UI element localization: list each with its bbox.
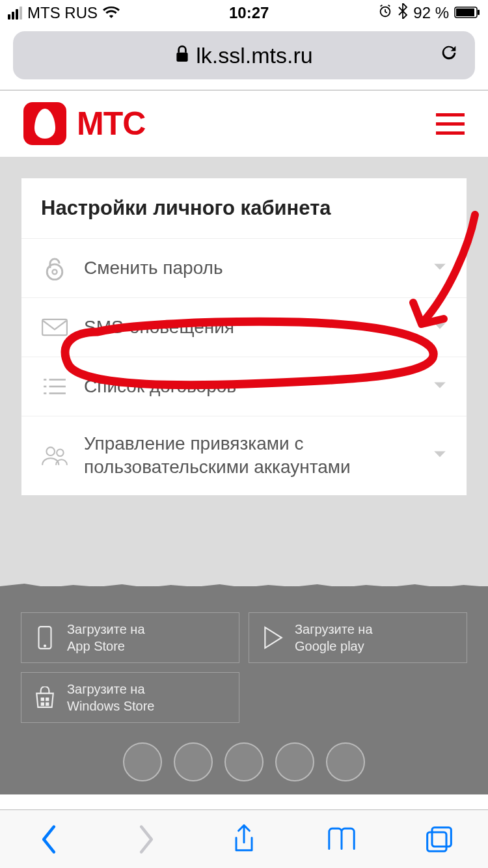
forward-button[interactable] bbox=[130, 823, 163, 856]
menu-item-contracts-list[interactable]: Список договоров bbox=[21, 357, 467, 416]
svg-rect-23 bbox=[427, 832, 446, 851]
status-bar: MTS RUS 10:27 92 % bbox=[0, 0, 488, 26]
menu-item-manage-bindings[interactable]: Управление привязками с пользовательским… bbox=[21, 416, 467, 495]
svg-rect-7 bbox=[42, 319, 67, 335]
social-row bbox=[21, 742, 467, 781]
googleplay-button[interactable]: Загрузите на Google play bbox=[249, 612, 467, 663]
tabs-button[interactable] bbox=[423, 823, 455, 856]
svg-rect-4 bbox=[177, 52, 188, 61]
battery-percent: 92 % bbox=[413, 4, 449, 22]
svg-rect-22 bbox=[432, 827, 451, 846]
svg-point-6 bbox=[52, 269, 57, 274]
social-icon[interactable] bbox=[326, 742, 365, 781]
windows-store-button[interactable]: Загрузите на Windows Store bbox=[21, 672, 239, 723]
social-icon[interactable] bbox=[275, 742, 314, 781]
shopping-bag-icon bbox=[33, 686, 57, 709]
menu-label: SMS-оповещения bbox=[84, 316, 417, 339]
signal-icon bbox=[8, 7, 22, 20]
footer: Загрузите на App Store Загрузите на Goog… bbox=[0, 586, 488, 794]
svg-rect-3 bbox=[478, 10, 480, 15]
battery-icon bbox=[454, 4, 480, 22]
play-icon bbox=[261, 626, 284, 649]
envelope-icon bbox=[41, 314, 68, 341]
svg-point-15 bbox=[57, 450, 64, 457]
store-line1: Загрузите на bbox=[295, 621, 373, 638]
store-grid: Загрузите на App Store Загрузите на Goog… bbox=[21, 612, 467, 723]
wifi-icon bbox=[103, 4, 120, 22]
bluetooth-icon bbox=[398, 3, 408, 23]
carrier-label: MTS RUS bbox=[27, 4, 98, 22]
settings-title: Настройки личного кабинета bbox=[21, 178, 467, 239]
logo-egg-icon bbox=[23, 102, 66, 145]
page-body: Настройки личного кабинета Сменить парол… bbox=[0, 157, 488, 586]
svg-point-14 bbox=[46, 448, 55, 456]
svg-rect-20 bbox=[41, 702, 44, 705]
store-text: Загрузите на Google play bbox=[295, 621, 373, 655]
social-icon[interactable] bbox=[174, 742, 213, 781]
share-button[interactable] bbox=[228, 823, 260, 856]
chevron-down-icon bbox=[433, 321, 447, 333]
phone-icon bbox=[33, 626, 57, 649]
list-icon bbox=[41, 373, 68, 400]
back-button[interactable] bbox=[33, 823, 65, 856]
refresh-icon[interactable] bbox=[439, 41, 459, 70]
menu-item-sms-notifications[interactable]: SMS-оповещения bbox=[21, 298, 467, 357]
appstore-button[interactable]: Загрузите на App Store bbox=[21, 612, 239, 663]
store-line1: Загрузите на bbox=[67, 681, 155, 698]
svg-rect-19 bbox=[46, 698, 49, 701]
svg-rect-21 bbox=[46, 702, 49, 705]
lock-icon bbox=[175, 43, 189, 68]
store-text: Загрузите на App Store bbox=[67, 621, 145, 655]
status-right: 92 % bbox=[378, 3, 480, 23]
users-icon bbox=[41, 442, 68, 469]
hamburger-menu-icon[interactable] bbox=[436, 113, 465, 135]
address-bar[interactable]: lk.ssl.mts.ru bbox=[13, 31, 475, 79]
chevron-down-icon bbox=[433, 381, 447, 392]
chevron-down-icon bbox=[433, 262, 447, 274]
store-line2: App Store bbox=[67, 638, 145, 655]
unlock-icon bbox=[41, 254, 68, 282]
clock: 10:27 bbox=[229, 4, 269, 22]
social-icon[interactable] bbox=[123, 742, 162, 781]
status-left: MTS RUS bbox=[8, 4, 120, 22]
menu-label: Сменить пароль bbox=[84, 256, 417, 280]
store-text: Загрузите на Windows Store bbox=[67, 681, 155, 714]
settings-card: Настройки личного кабинета Сменить парол… bbox=[21, 178, 467, 496]
site-header: МТС bbox=[0, 90, 488, 157]
store-line2: Google play bbox=[295, 638, 373, 655]
bookmarks-button[interactable] bbox=[325, 823, 358, 856]
social-icon[interactable] bbox=[224, 742, 264, 781]
browser-toolbar bbox=[0, 809, 488, 868]
logo-text: МТС bbox=[77, 105, 145, 142]
svg-point-17 bbox=[44, 645, 46, 647]
chevron-down-icon bbox=[433, 450, 447, 461]
menu-item-change-password[interactable]: Сменить пароль bbox=[21, 239, 467, 298]
svg-rect-2 bbox=[456, 8, 474, 16]
svg-rect-18 bbox=[41, 698, 44, 701]
store-line1: Загрузите на bbox=[67, 621, 145, 638]
store-line2: Windows Store bbox=[67, 698, 155, 714]
alarm-icon bbox=[378, 4, 392, 22]
menu-label: Список договоров bbox=[84, 375, 417, 398]
logo[interactable]: МТС bbox=[23, 102, 145, 145]
url-text: lk.ssl.mts.ru bbox=[196, 43, 312, 68]
menu-label: Управление привязками с пользовательским… bbox=[84, 432, 417, 480]
